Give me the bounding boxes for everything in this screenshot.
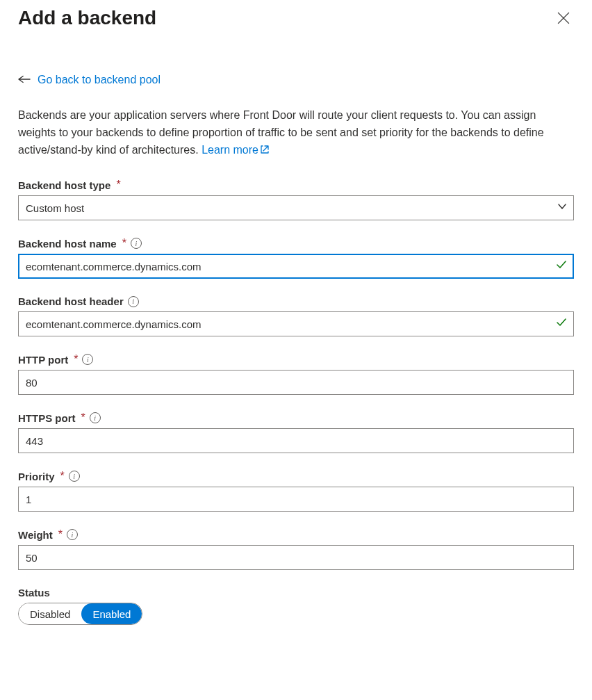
- required-indicator: *: [122, 237, 126, 250]
- info-icon[interactable]: i: [69, 471, 80, 482]
- info-icon[interactable]: i: [131, 238, 142, 249]
- required-indicator: *: [116, 179, 120, 191]
- status-disabled-option[interactable]: Disabled: [19, 603, 81, 624]
- status-label: Status: [18, 587, 50, 599]
- external-link-icon: [260, 143, 270, 160]
- host-type-select[interactable]: Custom host: [18, 195, 574, 220]
- https-port-label: HTTPS port: [18, 412, 76, 424]
- page-title: Add a backend: [18, 7, 156, 29]
- priority-input[interactable]: [18, 487, 574, 512]
- arrow-left-icon: [18, 74, 31, 86]
- required-indicator: *: [58, 528, 63, 541]
- description-text: Backends are your application servers wh…: [18, 107, 574, 159]
- back-link[interactable]: Go back to backend pool: [38, 74, 161, 86]
- info-icon[interactable]: i: [90, 412, 101, 423]
- add-backend-panel: Add a backend Go back to backend pool Ba…: [0, 0, 592, 662]
- status-toggle[interactable]: Disabled Enabled: [18, 603, 142, 625]
- learn-more-link[interactable]: Learn more: [202, 144, 270, 156]
- close-icon: [557, 16, 570, 26]
- info-icon[interactable]: i: [128, 296, 139, 307]
- host-name-input[interactable]: [18, 254, 574, 279]
- https-port-input[interactable]: [18, 428, 574, 453]
- weight-input[interactable]: [18, 545, 574, 570]
- weight-label: Weight: [18, 529, 53, 541]
- info-icon[interactable]: i: [67, 529, 78, 540]
- http-port-label: HTTP port: [18, 354, 68, 366]
- host-header-input[interactable]: [18, 311, 574, 336]
- required-indicator: *: [74, 353, 78, 366]
- priority-label: Priority: [18, 471, 55, 482]
- host-header-label: Backend host header: [18, 295, 124, 307]
- required-indicator: *: [60, 470, 65, 482]
- status-enabled-option[interactable]: Enabled: [81, 603, 142, 624]
- info-icon[interactable]: i: [82, 354, 93, 365]
- close-button[interactable]: [553, 8, 574, 29]
- http-port-input[interactable]: [18, 370, 574, 395]
- host-name-label: Backend host name: [18, 238, 117, 250]
- host-type-label: Backend host type: [18, 179, 110, 191]
- required-indicator: *: [81, 412, 85, 424]
